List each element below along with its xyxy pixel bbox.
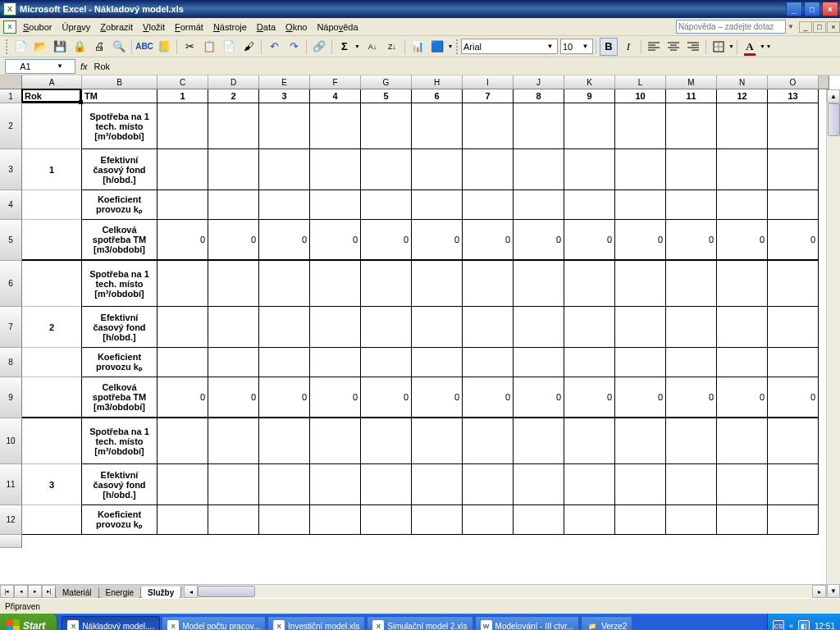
cell[interactable] bbox=[412, 103, 463, 149]
sheet-tab-materiál[interactable]: Materiál bbox=[55, 587, 99, 598]
cell[interactable]: 0 bbox=[310, 377, 361, 418]
cell[interactable]: 9 bbox=[564, 89, 615, 103]
format-toolbar-options-icon[interactable]: ▾ bbox=[767, 43, 770, 50]
print-icon[interactable]: 🖨 bbox=[90, 38, 108, 56]
cell[interactable] bbox=[412, 348, 463, 377]
taskbar-item[interactable]: WModelování - III ctvr... bbox=[475, 616, 580, 630]
menu-soubor[interactable]: Soubor bbox=[18, 21, 57, 34]
close-button[interactable]: × bbox=[822, 2, 838, 16]
tab-first-icon[interactable]: |◂ bbox=[0, 585, 14, 598]
cell[interactable]: 2 bbox=[22, 307, 82, 348]
cell[interactable] bbox=[717, 348, 768, 377]
tray-app-icon[interactable]: ◧ bbox=[798, 620, 810, 630]
menu-format[interactable]: Formát bbox=[170, 21, 208, 34]
name-box[interactable]: A1▼ bbox=[5, 59, 75, 74]
cell[interactable] bbox=[310, 261, 361, 307]
menu-vlozit[interactable]: Vložit bbox=[138, 21, 170, 34]
taskbar-item[interactable]: XNákladový model.... bbox=[62, 616, 160, 630]
cell[interactable] bbox=[666, 103, 717, 149]
sheet-tab-služby[interactable]: Služby bbox=[140, 587, 181, 598]
col-header-M[interactable]: M bbox=[666, 75, 717, 89]
cell[interactable] bbox=[463, 505, 514, 535]
cell[interactable]: Rok bbox=[22, 89, 82, 103]
cell[interactable]: 0 bbox=[361, 220, 412, 261]
col-header-K[interactable]: K bbox=[564, 75, 615, 89]
cell[interactable] bbox=[208, 418, 259, 464]
toolbar-options-icon[interactable]: ▾ bbox=[449, 43, 452, 50]
cell[interactable] bbox=[412, 505, 463, 535]
cell[interactable] bbox=[717, 103, 768, 149]
cell[interactable] bbox=[158, 103, 208, 149]
cell[interactable] bbox=[310, 418, 361, 464]
cell[interactable] bbox=[310, 103, 361, 149]
cell[interactable] bbox=[463, 307, 514, 348]
scroll-right-icon[interactable]: ▸ bbox=[812, 585, 826, 598]
row-header-12[interactable]: 12 bbox=[0, 505, 22, 535]
redo-icon[interactable]: ↷ bbox=[285, 38, 303, 56]
cell[interactable]: 3 bbox=[22, 464, 82, 505]
cell[interactable]: 0 bbox=[208, 220, 259, 261]
cell[interactable] bbox=[22, 377, 82, 418]
cell[interactable]: 0 bbox=[768, 377, 819, 418]
font-size-combo[interactable]: 10▼ bbox=[560, 39, 593, 54]
doc-minimize-button[interactable]: _ bbox=[799, 21, 812, 33]
cell[interactable] bbox=[564, 307, 615, 348]
tab-next-icon[interactable]: ▸ bbox=[28, 585, 42, 598]
cell[interactable] bbox=[412, 418, 463, 464]
sort-asc-icon[interactable]: A↓ bbox=[363, 38, 381, 56]
col-header-N[interactable]: N bbox=[717, 75, 768, 89]
cell[interactable] bbox=[158, 261, 208, 307]
cell[interactable] bbox=[615, 418, 666, 464]
cell[interactable] bbox=[666, 505, 717, 535]
tray-expand-icon[interactable]: « bbox=[789, 622, 793, 630]
cell[interactable] bbox=[768, 348, 819, 377]
col-header-O[interactable]: O bbox=[768, 75, 819, 89]
column-headers[interactable]: ABCDEFGHIJKLMNO bbox=[22, 75, 829, 89]
cell[interactable] bbox=[768, 261, 819, 307]
cell[interactable] bbox=[615, 307, 666, 348]
cell[interactable] bbox=[615, 464, 666, 505]
row-header-9[interactable]: 9 bbox=[0, 377, 22, 418]
cell[interactable]: 0 bbox=[208, 377, 259, 418]
research-icon[interactable]: 📒 bbox=[155, 38, 173, 56]
start-button[interactable]: Start bbox=[0, 614, 57, 630]
scroll-left-icon[interactable]: ◂ bbox=[184, 585, 198, 598]
hyperlink-icon[interactable]: 🔗 bbox=[310, 38, 328, 56]
cell[interactable]: Efektivní časový fond [h/obd.] bbox=[82, 307, 158, 348]
cell[interactable] bbox=[412, 149, 463, 190]
row-header-2[interactable]: 2 bbox=[0, 103, 22, 149]
col-header-C[interactable]: C bbox=[158, 75, 208, 89]
row-header-13[interactable] bbox=[0, 535, 22, 548]
col-header-I[interactable]: I bbox=[463, 75, 514, 89]
cell[interactable] bbox=[717, 190, 768, 220]
cell[interactable] bbox=[463, 418, 514, 464]
cell[interactable] bbox=[361, 103, 412, 149]
cell[interactable]: 0 bbox=[564, 220, 615, 261]
cell[interactable] bbox=[208, 190, 259, 220]
cell[interactable] bbox=[361, 190, 412, 220]
cell[interactable] bbox=[361, 149, 412, 190]
row-header-3[interactable]: 3 bbox=[0, 149, 22, 190]
cell[interactable] bbox=[514, 505, 564, 535]
toolbar-grip-2[interactable] bbox=[456, 39, 459, 54]
new-icon[interactable]: 📄 bbox=[11, 38, 30, 56]
borders-icon[interactable] bbox=[710, 38, 728, 56]
cell[interactable]: 13 bbox=[768, 89, 819, 103]
cell[interactable] bbox=[463, 261, 514, 307]
cell[interactable] bbox=[361, 505, 412, 535]
cell[interactable] bbox=[208, 464, 259, 505]
cell[interactable] bbox=[158, 307, 208, 348]
cell[interactable]: 0 bbox=[768, 220, 819, 261]
cell[interactable] bbox=[615, 348, 666, 377]
vscroll-thumb[interactable] bbox=[828, 103, 840, 136]
cell[interactable] bbox=[361, 418, 412, 464]
row-header-7[interactable]: 7 bbox=[0, 307, 22, 348]
cell[interactable] bbox=[259, 418, 310, 464]
open-icon[interactable]: 📂 bbox=[31, 38, 49, 56]
cell[interactable]: Koeficient provozu kₚ bbox=[82, 505, 158, 535]
cell[interactable] bbox=[717, 307, 768, 348]
cell[interactable] bbox=[564, 505, 615, 535]
cell[interactable] bbox=[22, 261, 82, 307]
toolbar-grip[interactable] bbox=[6, 39, 8, 54]
paste-icon[interactable]: 📄 bbox=[220, 38, 238, 56]
